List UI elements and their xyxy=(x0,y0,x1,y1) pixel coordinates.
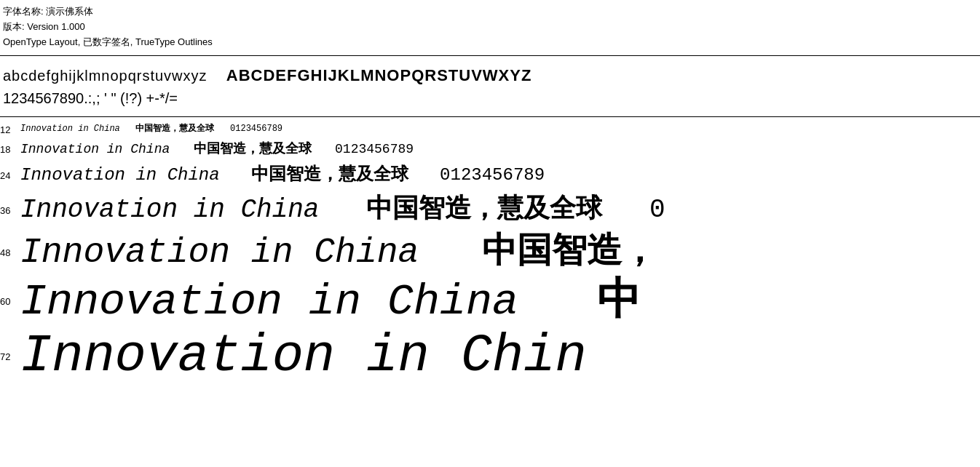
bottom-divider xyxy=(0,116,980,117)
alphabet-section: abcdefghijklmnopqrstuvwxyz ABCDEFGHIJKLM… xyxy=(0,59,980,113)
size-text-36: Innovation in China 中国智造，慧及全球 0 xyxy=(20,191,665,230)
chinese-text-36: 中国智造，慧及全球 xyxy=(366,195,602,225)
numbers-text-18: 0123456789 xyxy=(335,142,414,156)
latin-text-48: Innovation in China xyxy=(20,233,419,272)
chinese-text-12: 中国智造，慧及全球 xyxy=(135,124,214,134)
size-label-60: 60 xyxy=(0,296,20,307)
latin-text-12: Innovation in China xyxy=(20,124,120,134)
size-text-24: Innovation in China 中国智造，慧及全球 0123456789 xyxy=(20,161,545,191)
size-label-72: 72 xyxy=(0,351,20,362)
latin-text-24: Innovation in China xyxy=(20,165,220,185)
latin-text-18: Innovation in China xyxy=(20,142,170,156)
numbers-text-36: 0 xyxy=(649,195,665,225)
alphabet-row: abcdefghijklmnopqrstuvwxyz ABCDEFGHIJKLM… xyxy=(3,63,977,87)
lowercase-letters: abcdefghijklmnopqrstuvwxyz xyxy=(3,68,208,84)
size-text-72: Innovation in Chin xyxy=(20,328,587,386)
latin-text-72: Innovation in Chin xyxy=(20,328,587,386)
version-label: 版本: Version 1.000 xyxy=(3,20,977,35)
size-row-72: 72 Innovation in Chin xyxy=(0,328,980,386)
numbers-symbols: 1234567890.:,; ' " (!?) +-*/= xyxy=(3,90,178,106)
size-label-24: 24 xyxy=(0,170,20,181)
numbers-text-12: 0123456789 xyxy=(230,124,282,134)
size-label-48: 48 xyxy=(0,247,20,258)
latin-text-36: Innovation in China xyxy=(20,195,319,225)
uppercase-letters: ABCDEFGHIJKLMNOPQRSTUVWXYZ xyxy=(226,66,532,84)
size-text-18: Innovation in China 中国智造，慧及全球 0123456789 xyxy=(20,137,414,161)
latin-text-60: Innovation in China xyxy=(20,277,518,327)
size-row-36: 36 Innovation in China 中国智造，慧及全球 0 xyxy=(0,191,980,230)
size-label-12: 12 xyxy=(0,124,20,135)
size-label-18: 18 xyxy=(0,144,20,155)
size-text-48: Innovation in China 中国智造， xyxy=(20,230,657,275)
numbers-row: 1234567890.:,; ' " (!?) +-*/= xyxy=(3,87,977,109)
size-text-12: Innovation in China 中国智造，慧及全球 0123456789 xyxy=(20,121,282,137)
opentype-label: OpenType Layout, 已数字签名, TrueType Outline… xyxy=(3,35,977,50)
size-text-60: Innovation in China 中 xyxy=(20,276,641,328)
size-row-12: 12 Innovation in China 中国智造，慧及全球 0123456… xyxy=(0,121,980,137)
size-row-48: 48 Innovation in China 中国智造， xyxy=(0,230,980,275)
chinese-text-60: 中 xyxy=(597,277,641,327)
sizes-section: 12 Innovation in China 中国智造，慧及全球 0123456… xyxy=(0,120,980,386)
numbers-text-24: 0123456789 xyxy=(440,165,545,185)
size-label-36: 36 xyxy=(0,205,20,216)
size-row-60: 60 Innovation in China 中 xyxy=(0,276,980,328)
font-info-section: 字体名称: 演示佛系体 版本: Version 1.000 OpenType L… xyxy=(0,0,980,52)
font-name-label: 字体名称: 演示佛系体 xyxy=(3,4,977,20)
chinese-text-48: 中国智造， xyxy=(482,233,657,272)
top-divider xyxy=(0,55,980,56)
size-row-24: 24 Innovation in China 中国智造，慧及全球 0123456… xyxy=(0,161,980,191)
size-row-18: 18 Innovation in China 中国智造，慧及全球 0123456… xyxy=(0,137,980,161)
chinese-text-18: 中国智造，慧及全球 xyxy=(194,142,312,156)
chinese-text-24: 中国智造，慧及全球 xyxy=(251,165,408,185)
